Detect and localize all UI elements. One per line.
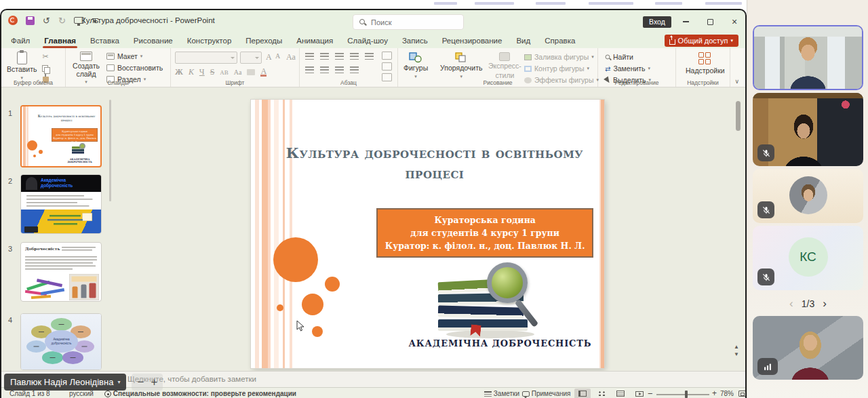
scrollbar-thumb[interactable]	[736, 101, 741, 131]
line-spacing-icon[interactable]	[365, 53, 374, 60]
zoom-percent[interactable]: 78%	[720, 390, 734, 397]
slideshow-view-button[interactable]	[631, 389, 648, 398]
align-center-icon[interactable]	[320, 66, 329, 73]
signin-button[interactable]: Вход	[643, 16, 671, 28]
previous-page-icon[interactable]: ‹	[789, 297, 793, 311]
participant-avatar-tile[interactable]	[753, 169, 863, 223]
undo-icon[interactable]: ↺	[43, 16, 50, 25]
tab-transitions[interactable]: Переходы	[245, 37, 282, 45]
numbering-icon[interactable]	[320, 53, 329, 60]
italic-icon[interactable]: К	[189, 67, 194, 77]
copy-icon[interactable]	[42, 65, 49, 73]
tab-insert[interactable]: Вставка	[90, 37, 119, 45]
maximize-button[interactable]	[705, 17, 715, 26]
tab-home[interactable]: Главная	[44, 37, 76, 45]
slide-thumbnail-3[interactable]: Доброчесність	[20, 242, 102, 302]
accessibility-icon	[104, 391, 111, 397]
paste-button[interactable]: Вставить ▾	[7, 52, 37, 80]
accessibility-status[interactable]: Специальные возможности: проверьте реком…	[104, 390, 296, 397]
reset-button[interactable]: Восстановить	[106, 64, 163, 72]
align-text-icon[interactable]	[382, 62, 392, 71]
addins-button[interactable]: Надстройки	[686, 52, 725, 75]
tab-draw[interactable]: Рисование	[134, 37, 173, 45]
justify-icon[interactable]	[350, 66, 359, 73]
minimize-button[interactable]	[681, 17, 690, 26]
search-box[interactable]	[353, 14, 464, 30]
tab-animations[interactable]: Анимация	[296, 37, 333, 45]
decrease-font-icon[interactable]: А	[275, 52, 280, 60]
zoom-out-button[interactable]: −	[648, 389, 653, 398]
normal-view-button[interactable]	[574, 389, 591, 398]
change-case-icon[interactable]: Аа	[234, 68, 242, 76]
zoom-slider[interactable]	[656, 394, 709, 395]
highlight-icon[interactable]	[247, 69, 255, 75]
participant-video-tile-active-speaker[interactable]	[753, 25, 863, 90]
slide-thumbnail-4[interactable]: Академічна доброчесність	[20, 313, 102, 370]
search-input[interactable]	[371, 15, 459, 29]
tab-slideshow[interactable]: Слайд-шоу	[347, 37, 388, 45]
tab-design[interactable]: Конструктор	[187, 37, 232, 45]
slide-title[interactable]: Культура доброчесності в освітньому проц…	[283, 143, 587, 184]
presenter-name-pill[interactable]: Павлюк Надія Леонідівна ▾	[4, 374, 126, 391]
align-left-icon[interactable]	[305, 66, 314, 73]
arrange-button[interactable]: Упорядочить ▾	[440, 52, 482, 79]
slide-thumbnail-1[interactable]: Культура доброчесності в освітньому проц…	[20, 105, 102, 167]
document-scrollbar[interactable]: ▲ ▼	[736, 97, 741, 359]
layout-button[interactable]: Макет▾	[106, 52, 163, 60]
reading-view-button[interactable]	[612, 389, 629, 398]
shapes-button[interactable]: Фигуры ▾	[403, 52, 428, 79]
align-right-icon[interactable]	[335, 66, 344, 73]
zoom-slider-thumb[interactable]	[685, 391, 688, 398]
share-zoom-in-button[interactable]: +	[151, 376, 157, 389]
find-button[interactable]: Найти	[605, 53, 651, 61]
cut-icon[interactable]: ✂	[42, 52, 48, 61]
font-color-icon[interactable]: А	[260, 68, 267, 77]
text-direction-icon[interactable]	[382, 52, 392, 60]
slide-thumbnail-2[interactable]: Академічна доброчесність	[20, 174, 102, 234]
tab-file[interactable]: Файл	[11, 37, 30, 45]
slide-caption[interactable]: АКАДЕМІЧНА ДОБРОЧЕСНІСТЬ	[399, 338, 601, 349]
video-call-sidebar: КС ‹ 1/3 ›	[747, 0, 868, 398]
font-size-combo[interactable]	[240, 52, 262, 64]
previous-slide-button[interactable]: ▲	[734, 344, 739, 350]
collapse-ribbon-icon[interactable]: ∨	[734, 78, 739, 85]
mic-off-icon	[762, 205, 771, 215]
replace-button[interactable]: ⇄Заменить▾	[605, 64, 651, 73]
redo-icon[interactable]: ↻	[58, 16, 66, 25]
next-slide-button[interactable]: ▼	[734, 352, 739, 357]
next-page-icon[interactable]: ›	[823, 297, 827, 311]
tab-review[interactable]: Рецензирование	[442, 37, 502, 45]
bold-icon[interactable]: Ж	[175, 67, 183, 77]
clear-format-icon[interactable]: Аа	[286, 52, 296, 62]
participant-video-tile[interactable]	[753, 93, 863, 166]
participant-initials-tile[interactable]: КС	[753, 226, 863, 290]
tab-view[interactable]: Вид	[516, 37, 530, 45]
tab-help[interactable]: Справка	[545, 37, 575, 45]
underline-icon[interactable]: Ч	[199, 67, 205, 77]
fit-to-window-button[interactable]	[734, 389, 747, 398]
powerpoint-logo-icon[interactable]	[8, 16, 18, 25]
increase-font-icon[interactable]: А	[266, 52, 272, 62]
char-spacing-icon[interactable]: АВ	[220, 69, 229, 76]
tab-record[interactable]: Запись	[402, 37, 428, 45]
bullets-icon[interactable]	[305, 53, 314, 60]
replace-icon: ⇄	[605, 65, 610, 73]
zoom-in-button[interactable]: +	[712, 389, 717, 398]
participant-video-tile[interactable]	[753, 316, 863, 380]
notes-icon	[484, 391, 492, 397]
slide-subtitle-box[interactable]: Кураторська година для студентів 4 курсу…	[376, 208, 593, 258]
font-name-combo[interactable]	[175, 52, 237, 64]
increase-indent-icon[interactable]	[350, 53, 359, 60]
share-button[interactable]: Общий доступ ▾	[665, 35, 738, 47]
decrease-indent-icon[interactable]	[335, 53, 344, 60]
comments-toggle[interactable]: Примечания	[522, 390, 571, 397]
save-icon[interactable]	[26, 16, 35, 25]
language-indicator[interactable]: русский	[69, 390, 94, 397]
slide-sorter-view-button[interactable]	[593, 389, 610, 398]
strikethrough-icon[interactable]: S	[210, 67, 215, 77]
notes-toggle[interactable]: Заметки	[484, 390, 519, 397]
close-button[interactable]: ×	[730, 17, 739, 26]
thumbnail-scrollbar[interactable]	[109, 100, 111, 201]
share-zoom-out-button[interactable]: −	[137, 376, 144, 389]
slide-counter[interactable]: Слайд 1 из 8	[9, 390, 50, 397]
